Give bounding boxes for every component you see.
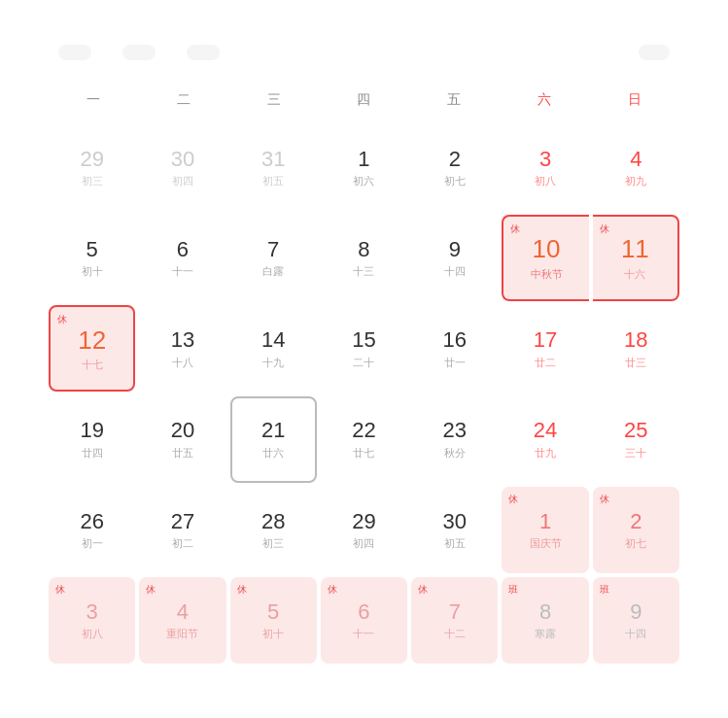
day-cell[interactable]: 休2初七 xyxy=(593,487,679,573)
day-lunar: 初一 xyxy=(82,536,103,551)
day-lunar: 三十 xyxy=(625,446,646,461)
day-number: 3 xyxy=(87,599,98,625)
next-month-button[interactable] xyxy=(163,47,179,58)
day-lunar: 初十 xyxy=(82,264,103,279)
day-lunar: 十四 xyxy=(625,627,646,641)
day-cell[interactable]: 9十四 xyxy=(411,215,498,301)
holiday-select[interactable] xyxy=(187,45,220,60)
day-lunar: 初四 xyxy=(353,536,374,551)
day-cell[interactable]: 25三十 xyxy=(593,396,679,483)
day-cell[interactable]: 30初五 xyxy=(411,487,498,573)
day-cell[interactable]: 24廿九 xyxy=(502,396,588,483)
day-number: 3 xyxy=(539,147,551,172)
day-cell[interactable]: 29初四 xyxy=(321,487,407,573)
day-cell[interactable]: 26初一 xyxy=(49,487,135,573)
day-lunar: 初八 xyxy=(535,174,556,188)
day-lunar: 廿一 xyxy=(444,356,466,370)
day-number: 5 xyxy=(87,237,98,262)
day-number: 21 xyxy=(261,418,285,443)
day-lunar: 初三 xyxy=(262,536,284,551)
day-lunar: 十九 xyxy=(262,356,284,370)
day-lunar: 中秋节 xyxy=(531,267,563,282)
day-lunar: 十一 xyxy=(353,627,374,641)
month-select[interactable] xyxy=(122,45,156,60)
day-number: 27 xyxy=(171,509,194,534)
day-number: 20 xyxy=(171,418,194,443)
day-cell[interactable]: 22廿七 xyxy=(321,396,407,483)
calendar-header xyxy=(49,45,679,60)
day-cell[interactable]: 29初三 xyxy=(49,124,135,211)
weekday-sun: 日 xyxy=(589,84,679,117)
day-number: 22 xyxy=(352,418,375,443)
day-cell[interactable]: 27初二 xyxy=(139,487,225,573)
day-cell[interactable]: 休5初十 xyxy=(230,577,317,664)
holiday-tag: 休 xyxy=(508,493,518,506)
day-number: 2 xyxy=(630,509,641,534)
day-cell[interactable]: 4初九 xyxy=(593,124,679,211)
day-cell[interactable]: 休12十七 xyxy=(49,305,135,392)
day-cell[interactable]: 休7十二 xyxy=(411,577,498,664)
day-lunar: 初八 xyxy=(82,627,103,641)
day-cell[interactable]: 20廿五 xyxy=(139,396,225,483)
day-cell[interactable]: 休11十六 xyxy=(593,215,679,301)
day-cell[interactable]: 班9十四 xyxy=(593,577,679,664)
day-cell[interactable]: 5初十 xyxy=(49,215,135,301)
day-number: 10 xyxy=(533,234,561,264)
day-number: 25 xyxy=(624,418,647,443)
day-cell[interactable]: 2初七 xyxy=(411,124,498,211)
day-cell[interactable]: 休6十一 xyxy=(321,577,407,664)
day-number: 4 xyxy=(177,599,189,625)
day-cell[interactable]: 23秋分 xyxy=(411,396,498,483)
day-cell[interactable]: 6十一 xyxy=(139,215,225,301)
day-cell[interactable]: 休1国庆节 xyxy=(502,487,588,573)
day-cell[interactable]: 14十九 xyxy=(230,305,317,392)
day-cell[interactable]: 3初八 xyxy=(502,124,588,211)
day-cell[interactable]: 15二十 xyxy=(321,305,407,392)
day-lunar: 国庆节 xyxy=(530,536,562,551)
day-cell[interactable]: 30初四 xyxy=(139,124,225,211)
holiday-tag: 休 xyxy=(600,493,609,506)
day-cell[interactable]: 休3初八 xyxy=(49,577,135,664)
year-select[interactable] xyxy=(58,45,91,60)
return-today-button[interactable] xyxy=(639,45,670,60)
day-cell[interactable]: 17廿二 xyxy=(502,305,588,392)
day-number: 11 xyxy=(621,234,649,264)
day-cell[interactable]: 16廿一 xyxy=(411,305,498,392)
day-cell[interactable]: 休10中秋节 xyxy=(502,215,588,301)
day-lunar: 初六 xyxy=(353,174,374,188)
day-cell[interactable]: 31初五 xyxy=(230,124,317,211)
day-lunar: 十二 xyxy=(444,627,466,641)
day-lunar: 初二 xyxy=(172,536,193,551)
day-number: 4 xyxy=(630,147,641,172)
day-lunar: 重阳节 xyxy=(166,627,198,641)
day-number: 17 xyxy=(534,327,557,353)
days-grid: 29初三30初四31初五1初六2初七3初八4初九5初十6十一7白露8十三9十四休… xyxy=(49,124,679,665)
day-number: 30 xyxy=(171,147,194,172)
day-lunar: 十四 xyxy=(444,264,466,279)
day-cell[interactable]: 7白露 xyxy=(230,215,317,301)
day-lunar: 初七 xyxy=(444,174,466,188)
weekday-fri: 五 xyxy=(409,84,500,117)
day-number: 9 xyxy=(449,237,461,262)
day-cell[interactable]: 班8寒露 xyxy=(502,577,588,664)
day-number: 8 xyxy=(539,599,551,625)
day-cell[interactable]: 18廿三 xyxy=(593,305,679,392)
day-cell[interactable]: 21廿六 xyxy=(230,396,317,483)
calendar-grid: 一 二 三 四 五 六 日 29初三30初四31初五1初六2初七3初八4初九5初… xyxy=(49,84,679,665)
day-number: 28 xyxy=(261,509,285,534)
day-cell[interactable]: 休4重阳节 xyxy=(139,577,225,664)
day-cell[interactable]: 28初三 xyxy=(230,487,317,573)
prev-month-button[interactable] xyxy=(99,47,115,58)
day-cell[interactable]: 19廿四 xyxy=(49,396,135,483)
day-number: 7 xyxy=(267,237,279,262)
day-lunar: 十三 xyxy=(353,264,374,279)
day-lunar: 廿六 xyxy=(262,446,284,461)
day-lunar: 廿五 xyxy=(172,446,193,461)
day-cell[interactable]: 13十八 xyxy=(139,305,225,392)
holiday-tag: 休 xyxy=(418,583,428,597)
day-cell[interactable]: 1初六 xyxy=(321,124,407,211)
day-cell[interactable]: 8十三 xyxy=(321,215,407,301)
holiday-tag: 休 xyxy=(510,222,520,236)
day-number: 13 xyxy=(171,327,194,353)
holiday-tag: 休 xyxy=(57,313,67,326)
